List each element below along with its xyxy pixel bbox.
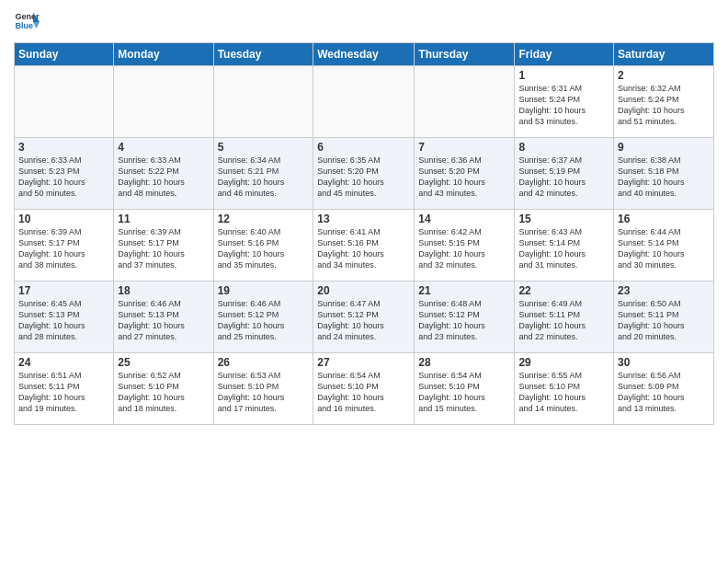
calendar-cell: 2Sunrise: 6:32 AM Sunset: 5:24 PM Daylig… bbox=[614, 66, 714, 138]
calendar-cell: 15Sunrise: 6:43 AM Sunset: 5:14 PM Dayli… bbox=[515, 210, 614, 282]
day-number: 16 bbox=[618, 213, 710, 225]
day-info: Sunrise: 6:46 AM Sunset: 5:13 PM Dayligh… bbox=[118, 298, 209, 343]
day-info: Sunrise: 6:50 AM Sunset: 5:11 PM Dayligh… bbox=[618, 298, 710, 343]
calendar-week-4: 17Sunrise: 6:45 AM Sunset: 5:13 PM Dayli… bbox=[15, 282, 714, 353]
day-info: Sunrise: 6:54 AM Sunset: 5:10 PM Dayligh… bbox=[317, 370, 410, 415]
calendar-cell: 21Sunrise: 6:48 AM Sunset: 5:12 PM Dayli… bbox=[415, 282, 515, 353]
day-number: 25 bbox=[118, 356, 209, 369]
day-number: 22 bbox=[518, 284, 609, 297]
calendar-cell: 22Sunrise: 6:49 AM Sunset: 5:11 PM Dayli… bbox=[515, 282, 614, 353]
day-info: Sunrise: 6:39 AM Sunset: 5:17 PM Dayligh… bbox=[118, 226, 209, 271]
calendar-header-saturday: Saturday bbox=[614, 43, 714, 66]
day-number: 13 bbox=[317, 213, 410, 225]
calendar-table: SundayMondayTuesdayWednesdayThursdayFrid… bbox=[14, 42, 714, 425]
calendar-cell: 24Sunrise: 6:51 AM Sunset: 5:11 PM Dayli… bbox=[15, 353, 114, 425]
calendar-cell: 8Sunrise: 6:37 AM Sunset: 5:19 PM Daylig… bbox=[515, 138, 614, 210]
day-info: Sunrise: 6:53 AM Sunset: 5:10 PM Dayligh… bbox=[218, 370, 310, 415]
day-info: Sunrise: 6:33 AM Sunset: 5:23 PM Dayligh… bbox=[18, 155, 109, 200]
day-number: 11 bbox=[118, 213, 209, 225]
day-info: Sunrise: 6:38 AM Sunset: 5:18 PM Dayligh… bbox=[618, 155, 710, 200]
day-number: 1 bbox=[518, 69, 609, 82]
day-info: Sunrise: 6:33 AM Sunset: 5:22 PM Dayligh… bbox=[118, 155, 209, 200]
logo: General Blue bbox=[14, 9, 40, 35]
day-number: 24 bbox=[18, 356, 109, 369]
calendar-cell: 6Sunrise: 6:35 AM Sunset: 5:20 PM Daylig… bbox=[313, 138, 415, 210]
day-number: 14 bbox=[418, 213, 510, 225]
calendar-cell: 26Sunrise: 6:53 AM Sunset: 5:10 PM Dayli… bbox=[213, 353, 313, 425]
svg-marker-3 bbox=[33, 22, 40, 29]
calendar-cell: 14Sunrise: 6:42 AM Sunset: 5:15 PM Dayli… bbox=[415, 210, 515, 282]
calendar-week-2: 3Sunrise: 6:33 AM Sunset: 5:23 PM Daylig… bbox=[15, 138, 714, 210]
day-info: Sunrise: 6:40 AM Sunset: 5:16 PM Dayligh… bbox=[218, 226, 310, 271]
day-number: 7 bbox=[418, 141, 510, 154]
day-number: 5 bbox=[218, 141, 310, 154]
day-number: 27 bbox=[317, 356, 410, 369]
day-info: Sunrise: 6:41 AM Sunset: 5:16 PM Dayligh… bbox=[317, 226, 410, 271]
day-number: 3 bbox=[18, 141, 109, 154]
day-info: Sunrise: 6:52 AM Sunset: 5:10 PM Dayligh… bbox=[118, 370, 209, 415]
calendar-cell: 18Sunrise: 6:46 AM Sunset: 5:13 PM Dayli… bbox=[114, 282, 213, 353]
day-number: 17 bbox=[18, 284, 109, 297]
day-info: Sunrise: 6:35 AM Sunset: 5:20 PM Dayligh… bbox=[317, 155, 410, 200]
day-info: Sunrise: 6:45 AM Sunset: 5:13 PM Dayligh… bbox=[18, 298, 109, 343]
calendar-cell: 27Sunrise: 6:54 AM Sunset: 5:10 PM Dayli… bbox=[313, 353, 415, 425]
calendar-week-5: 24Sunrise: 6:51 AM Sunset: 5:11 PM Dayli… bbox=[15, 353, 714, 425]
calendar-cell bbox=[313, 66, 415, 138]
calendar-cell: 13Sunrise: 6:41 AM Sunset: 5:16 PM Dayli… bbox=[313, 210, 415, 282]
day-info: Sunrise: 6:48 AM Sunset: 5:12 PM Dayligh… bbox=[418, 298, 510, 343]
day-number: 4 bbox=[118, 141, 209, 154]
calendar-cell: 10Sunrise: 6:39 AM Sunset: 5:17 PM Dayli… bbox=[15, 210, 114, 282]
calendar-cell bbox=[415, 66, 515, 138]
calendar-cell: 23Sunrise: 6:50 AM Sunset: 5:11 PM Dayli… bbox=[614, 282, 714, 353]
page-container: General Blue SundayMondayTuesdayWednesda… bbox=[0, 0, 728, 563]
calendar-cell: 20Sunrise: 6:47 AM Sunset: 5:12 PM Dayli… bbox=[313, 282, 415, 353]
calendar-header-thursday: Thursday bbox=[415, 43, 515, 66]
calendar-cell: 16Sunrise: 6:44 AM Sunset: 5:14 PM Dayli… bbox=[614, 210, 714, 282]
day-info: Sunrise: 6:36 AM Sunset: 5:20 PM Dayligh… bbox=[418, 155, 510, 200]
calendar-header-monday: Monday bbox=[114, 43, 213, 66]
calendar-week-1: 1Sunrise: 6:31 AM Sunset: 5:24 PM Daylig… bbox=[15, 66, 714, 138]
day-info: Sunrise: 6:42 AM Sunset: 5:15 PM Dayligh… bbox=[418, 226, 510, 271]
calendar-cell: 4Sunrise: 6:33 AM Sunset: 5:22 PM Daylig… bbox=[114, 138, 213, 210]
day-number: 15 bbox=[518, 213, 609, 225]
day-number: 18 bbox=[118, 284, 209, 297]
day-info: Sunrise: 6:34 AM Sunset: 5:21 PM Dayligh… bbox=[218, 155, 310, 200]
calendar-cell bbox=[213, 66, 313, 138]
day-number: 2 bbox=[618, 69, 710, 82]
calendar-cell: 11Sunrise: 6:39 AM Sunset: 5:17 PM Dayli… bbox=[114, 210, 213, 282]
day-info: Sunrise: 6:54 AM Sunset: 5:10 PM Dayligh… bbox=[418, 370, 510, 415]
day-number: 9 bbox=[618, 141, 710, 154]
calendar-cell: 29Sunrise: 6:55 AM Sunset: 5:10 PM Dayli… bbox=[515, 353, 614, 425]
day-number: 19 bbox=[218, 284, 310, 297]
calendar-header-sunday: Sunday bbox=[15, 43, 114, 66]
calendar-cell: 3Sunrise: 6:33 AM Sunset: 5:23 PM Daylig… bbox=[15, 138, 114, 210]
day-info: Sunrise: 6:31 AM Sunset: 5:24 PM Dayligh… bbox=[518, 83, 609, 128]
logo-icon: General Blue bbox=[14, 9, 40, 35]
day-number: 6 bbox=[317, 141, 410, 154]
calendar-cell: 19Sunrise: 6:46 AM Sunset: 5:12 PM Dayli… bbox=[213, 282, 313, 353]
calendar-cell: 9Sunrise: 6:38 AM Sunset: 5:18 PM Daylig… bbox=[614, 138, 714, 210]
day-number: 30 bbox=[618, 356, 710, 369]
day-info: Sunrise: 6:56 AM Sunset: 5:09 PM Dayligh… bbox=[618, 370, 710, 415]
calendar-cell bbox=[15, 66, 114, 138]
day-info: Sunrise: 6:49 AM Sunset: 5:11 PM Dayligh… bbox=[518, 298, 609, 343]
day-number: 8 bbox=[518, 141, 609, 154]
day-info: Sunrise: 6:55 AM Sunset: 5:10 PM Dayligh… bbox=[518, 370, 609, 415]
day-number: 20 bbox=[317, 284, 410, 297]
calendar-cell: 25Sunrise: 6:52 AM Sunset: 5:10 PM Dayli… bbox=[114, 353, 213, 425]
calendar-week-3: 10Sunrise: 6:39 AM Sunset: 5:17 PM Dayli… bbox=[15, 210, 714, 282]
day-info: Sunrise: 6:39 AM Sunset: 5:17 PM Dayligh… bbox=[18, 226, 109, 271]
day-info: Sunrise: 6:43 AM Sunset: 5:14 PM Dayligh… bbox=[518, 226, 609, 271]
day-number: 12 bbox=[218, 213, 310, 225]
day-number: 29 bbox=[518, 356, 609, 369]
calendar-cell: 17Sunrise: 6:45 AM Sunset: 5:13 PM Dayli… bbox=[15, 282, 114, 353]
calendar-cell: 5Sunrise: 6:34 AM Sunset: 5:21 PM Daylig… bbox=[213, 138, 313, 210]
day-number: 21 bbox=[418, 284, 510, 297]
day-number: 10 bbox=[18, 213, 109, 225]
day-info: Sunrise: 6:47 AM Sunset: 5:12 PM Dayligh… bbox=[317, 298, 410, 343]
calendar-cell: 28Sunrise: 6:54 AM Sunset: 5:10 PM Dayli… bbox=[415, 353, 515, 425]
day-number: 23 bbox=[618, 284, 710, 297]
calendar-cell: 7Sunrise: 6:36 AM Sunset: 5:20 PM Daylig… bbox=[415, 138, 515, 210]
day-info: Sunrise: 6:44 AM Sunset: 5:14 PM Dayligh… bbox=[618, 226, 710, 271]
day-info: Sunrise: 6:37 AM Sunset: 5:19 PM Dayligh… bbox=[518, 155, 609, 200]
